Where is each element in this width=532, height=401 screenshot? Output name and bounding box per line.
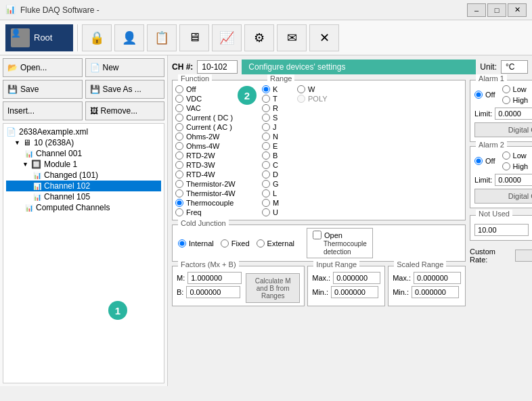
settings-button[interactable]: ⚙ (244, 24, 274, 51)
factor-b-input[interactable] (186, 286, 240, 298)
left-panel: 📂 Open... 📄 New 💾 Save 💾 Save As ... Ins… (0, 55, 168, 386)
input-range-box: Input Range Max.: Min.: (307, 266, 385, 306)
save-icon: 💾 (7, 85, 18, 94)
app-icon: 📊 (5, 5, 16, 16)
open-thermocouple-checkbox[interactable] (313, 231, 322, 239)
save-as-button[interactable]: 💾 Save As ... (85, 80, 165, 99)
tree-item-device[interactable]: ▼ 🖥 10 (2638A) (6, 137, 161, 148)
monitor-button[interactable]: 🖥 (179, 24, 209, 51)
func-rtd3w: RTD-3W (175, 160, 262, 170)
func-currentac: Current ( AC ) (175, 122, 262, 132)
remove-icon: 🖼 (90, 106, 98, 116)
scaled-min-row: Min.: (393, 286, 461, 298)
tree-item-module1[interactable]: ▼ 🔲 Module 1 (6, 159, 161, 170)
open-button[interactable]: 📂 Open... (3, 58, 83, 77)
remove-button[interactable]: 🖼 Remove... (85, 101, 165, 120)
project-tree: 📄 2638Aexample.xml ▼ 🖥 10 (2638A) 📊 Chan… (3, 123, 164, 383)
alarm2-digital-output-button[interactable]: Digital Output (474, 189, 532, 204)
calc-btn[interactable]: Calculate M and B from Ranges (246, 273, 300, 303)
alarm2-lowhigh: Low High (502, 151, 529, 171)
factor-b-row: B: (177, 286, 242, 298)
scaled-max-row: Max.: (393, 272, 461, 284)
lock-button[interactable]: 🔒 (82, 24, 112, 51)
tree-item-computed[interactable]: 📊 Computed Channels (6, 202, 161, 213)
range-C: C (262, 160, 297, 170)
range-S: S (262, 113, 297, 122)
tree-item-ch101[interactable]: 📊 Changed (101) (6, 170, 161, 181)
channel-icon: 📊 (25, 150, 33, 158)
ch-title-bar: Configure devices' settings (242, 60, 476, 74)
open-thermocouple-box: Open Thermocouple detection (307, 228, 373, 258)
ch101-icon: 📊 (33, 172, 41, 179)
expand2-icon: ▼ (22, 161, 28, 168)
alarm2-off: Off (474, 156, 495, 166)
range-J: J (262, 122, 297, 132)
alarm1-label: Alarm 1 (476, 74, 507, 82)
scaled-max-field[interactable] (414, 272, 461, 284)
func-ohms4w: Ohms-4W (175, 141, 262, 151)
unit-label: Unit: (480, 62, 497, 72)
open-thermo-sublabel2: detection (313, 248, 367, 256)
custom-rate-row: Custom Rate: NPLC (470, 247, 532, 264)
factor-m-input[interactable] (187, 272, 242, 284)
range-E: E (262, 141, 297, 151)
alarm2-limit-row: Limit: (474, 174, 532, 186)
alarm1-off: Off (474, 90, 495, 99)
input-min-field[interactable] (331, 286, 378, 298)
minimize-button[interactable]: – (467, 3, 486, 17)
close-x-button[interactable]: ✕ (309, 24, 339, 51)
range-col2: W POLY (297, 85, 332, 217)
alarm2-limit-input[interactable] (495, 174, 532, 186)
tree-item-ch105[interactable]: 📊 Channel 105 (6, 191, 161, 202)
alarm1-box: Alarm 1 Off Low (470, 80, 532, 142)
list-button[interactable]: 📋 (147, 24, 177, 51)
tree-item-ch102[interactable]: 📊 Channel 102 (6, 181, 161, 191)
alarm1-digital-output-button[interactable]: Digital Output (474, 122, 532, 137)
user-button[interactable]: 👤 (114, 24, 144, 51)
not-used-field-row (474, 224, 532, 236)
user-avatar-icon: 👤 (11, 28, 30, 47)
factors-inputs: M: B: (177, 272, 242, 298)
tree-item-ch001[interactable]: 📊 Channel 001 (6, 148, 161, 159)
func-freq: Freq (175, 208, 262, 217)
user-name: Root (34, 32, 52, 43)
ch102-icon: 📊 (33, 183, 41, 190)
alarm-section: Alarm 1 Off Low (470, 80, 532, 306)
ch-num-value: 10-102 (197, 60, 238, 74)
badge-1: 1 (108, 301, 127, 320)
save-button[interactable]: 💾 Save (3, 80, 83, 99)
close-button[interactable]: ✕ (508, 3, 527, 17)
func-vac: VAC (175, 103, 262, 113)
scaled-min-field[interactable] (412, 286, 459, 298)
user-section: 👤 Root (5, 24, 73, 51)
not-used-label: Not Used (476, 210, 512, 218)
func-ohms2w: Ohms-2W (175, 132, 262, 141)
title-bar-title: Fluke DAQ Software - (20, 5, 467, 15)
cj-external: External (257, 239, 294, 248)
insert-button[interactable]: Insert... (3, 101, 83, 120)
custom-rate-input[interactable] (515, 250, 532, 262)
not-used-input[interactable] (474, 224, 529, 236)
cj-fixed: Fixed (221, 239, 250, 248)
alarm2-radio-row: Off Low High (474, 151, 532, 171)
mail-button[interactable]: ✉ (277, 24, 307, 51)
maximize-button[interactable]: □ (487, 3, 506, 17)
scaled-range-fields: Max.: Min.: (393, 272, 461, 298)
input-max-row: Max.: (312, 272, 380, 284)
new-button[interactable]: 📄 New (85, 58, 165, 77)
file-icon: 📄 (6, 127, 16, 137)
alarm2-label: Alarm 2 (476, 141, 507, 149)
main-area: 📂 Open... 📄 New 💾 Save 💾 Save As ... Ins… (0, 55, 532, 386)
chart-button[interactable]: 📈 (212, 24, 242, 51)
title-bar-controls: – □ ✕ (467, 3, 527, 17)
toolbar-separator (77, 24, 78, 51)
func-thermistor2w: Thermistor-2W (175, 179, 262, 189)
factors-label: Factors (Mx + B) (178, 260, 239, 268)
tree-item-file[interactable]: 📄 2638Aexample.xml (6, 126, 161, 137)
alarm2-high: High (502, 162, 529, 171)
cold-junction-label: Cold Junction (178, 219, 229, 227)
device-icon: 🖥 (23, 138, 31, 147)
alarm1-limit-input[interactable] (495, 108, 532, 120)
range-group-label: Range (267, 74, 294, 82)
input-max-field[interactable] (333, 272, 380, 284)
